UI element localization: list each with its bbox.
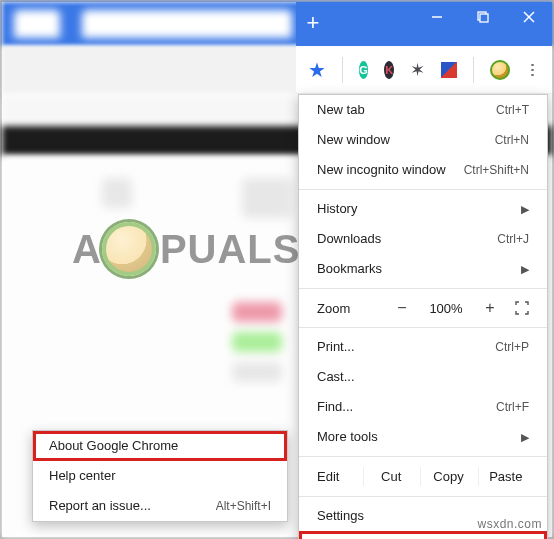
- menu-help[interactable]: Help ▶: [299, 531, 547, 539]
- watermark-text-right: PUALS: [160, 227, 301, 272]
- menu-more-tools[interactable]: More tools ▶: [299, 422, 547, 452]
- menu-label: Find...: [317, 398, 353, 416]
- menu-separator: [299, 496, 547, 497]
- menu-zoom-row: Zoom − 100% +: [299, 293, 547, 323]
- tab-blur: [82, 10, 292, 38]
- menu-incognito[interactable]: New incognito window Ctrl+Shift+N: [299, 155, 547, 185]
- copy-button[interactable]: Copy: [420, 467, 475, 486]
- menu-label: Help center: [49, 467, 115, 485]
- smudge: [102, 178, 132, 208]
- menu-label: Downloads: [317, 230, 381, 248]
- menu-label: Cast...: [317, 368, 355, 386]
- menu-label: Report an issue...: [49, 497, 151, 515]
- smudge: [232, 362, 282, 382]
- menu-label: Bookmarks: [317, 260, 382, 278]
- separator: [473, 57, 474, 83]
- submenu-arrow-icon: ▶: [521, 428, 529, 446]
- shortcut: Ctrl+Shift+N: [464, 161, 529, 179]
- extension-flag-icon[interactable]: [441, 60, 457, 80]
- paste-button[interactable]: Paste: [478, 467, 533, 486]
- smudge: [232, 332, 282, 352]
- bookmark-star-icon[interactable]: ★: [308, 60, 326, 80]
- menu-label: About Google Chrome: [49, 437, 178, 455]
- svg-rect-2: [480, 14, 488, 22]
- smudge: [242, 178, 292, 218]
- chrome-menu-button[interactable]: [526, 60, 540, 80]
- submenu-help-center[interactable]: Help center: [33, 461, 287, 491]
- fullscreen-button[interactable]: [511, 301, 533, 315]
- tab-blur: [14, 10, 60, 38]
- window-titlebar: +: [296, 2, 552, 46]
- menu-label: Print...: [317, 338, 355, 356]
- profile-avatar[interactable]: [490, 60, 510, 80]
- chrome-main-menu: New tab Ctrl+T New window Ctrl+N New inc…: [298, 94, 548, 539]
- menu-label: New window: [317, 131, 390, 149]
- submenu-about-chrome[interactable]: About Google Chrome: [33, 431, 287, 461]
- menu-label: New tab: [317, 101, 365, 119]
- menu-print[interactable]: Print... Ctrl+P: [299, 332, 547, 362]
- zoom-value: 100%: [423, 301, 469, 316]
- smudge: [232, 302, 282, 322]
- submenu-arrow-icon: ▶: [521, 200, 529, 218]
- extension-k-icon[interactable]: K: [384, 61, 394, 79]
- submenu-report-issue[interactable]: Report an issue... Alt+Shift+I: [33, 491, 287, 521]
- zoom-out-button[interactable]: −: [391, 299, 413, 317]
- menu-separator: [299, 327, 547, 328]
- watermark-text-left: A: [72, 227, 102, 272]
- menu-label: Settings: [317, 507, 364, 525]
- zoom-in-button[interactable]: +: [479, 299, 501, 317]
- menu-separator: [299, 189, 547, 190]
- shortcut: Ctrl+N: [495, 131, 529, 149]
- menu-separator: [299, 456, 547, 457]
- watermark-avatar: [102, 222, 156, 276]
- source-watermark: wsxdn.com: [477, 517, 542, 531]
- shortcut: Ctrl+P: [495, 338, 529, 356]
- new-tab-button[interactable]: +: [298, 12, 328, 36]
- shortcut: Ctrl+J: [497, 230, 529, 248]
- edit-label: Edit: [313, 469, 361, 484]
- maximize-button[interactable]: [460, 2, 506, 32]
- menu-find[interactable]: Find... Ctrl+F: [299, 392, 547, 422]
- fullscreen-icon: [515, 301, 529, 315]
- extension-grammarly-icon[interactable]: G: [359, 61, 369, 79]
- menu-new-tab[interactable]: New tab Ctrl+T: [299, 95, 547, 125]
- menu-bookmarks[interactable]: Bookmarks ▶: [299, 254, 547, 284]
- minimize-button[interactable]: [414, 2, 460, 32]
- menu-downloads[interactable]: Downloads Ctrl+J: [299, 224, 547, 254]
- extension-gear-icon[interactable]: ✶: [410, 60, 425, 80]
- shortcut: Ctrl+T: [496, 101, 529, 119]
- help-submenu: About Google Chrome Help center Report a…: [32, 430, 288, 522]
- close-button[interactable]: [506, 2, 552, 32]
- menu-edit-row: Edit Cut Copy Paste: [299, 461, 547, 492]
- menu-cast[interactable]: Cast...: [299, 362, 547, 392]
- cut-button[interactable]: Cut: [363, 467, 418, 486]
- menu-label: History: [317, 200, 357, 218]
- menu-label: New incognito window: [317, 161, 446, 179]
- watermark: A PUALS: [72, 222, 314, 276]
- toolbar-right: ★ G K ✶: [296, 46, 552, 94]
- shortcut: Alt+Shift+I: [216, 497, 271, 515]
- submenu-arrow-icon: ▶: [521, 260, 529, 278]
- menu-label: More tools: [317, 428, 378, 446]
- menu-history[interactable]: History ▶: [299, 194, 547, 224]
- zoom-label: Zoom: [313, 301, 350, 316]
- shortcut: Ctrl+F: [496, 398, 529, 416]
- menu-separator: [299, 288, 547, 289]
- menu-new-window[interactable]: New window Ctrl+N: [299, 125, 547, 155]
- separator: [342, 57, 343, 83]
